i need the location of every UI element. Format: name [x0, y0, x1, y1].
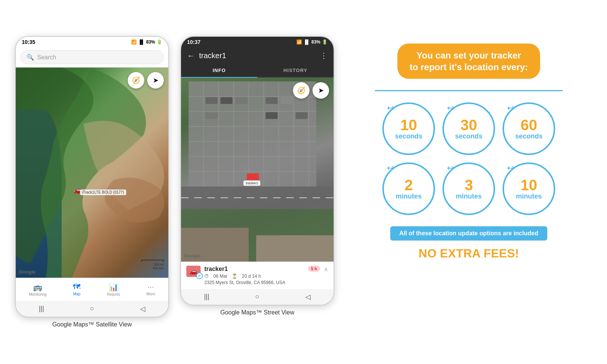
- phone2-caption: Google Maps™ Street View: [220, 309, 294, 316]
- tracker-info-bar: 🚗 P tracker1 ⏱ 06 Mar ⏳ 20 d 14 h 2325 M…: [181, 262, 334, 289]
- reports-icon: 📊: [109, 283, 118, 292]
- svg-rect-17: [236, 97, 248, 104]
- circle-10sec: ↩ 10 seconds: [382, 102, 435, 155]
- map-icon: 🗺: [73, 283, 80, 291]
- tracker-detail-name: tracker1: [204, 266, 304, 272]
- tracker-title: tracker1: [199, 51, 316, 60]
- circle-number-2: 30: [461, 117, 477, 132]
- circle-number-3: 60: [521, 117, 538, 132]
- svg-rect-28: [256, 235, 334, 262]
- location-button2[interactable]: ➤: [313, 82, 329, 99]
- clock-icon: ⏱: [204, 274, 209, 279]
- info-title-line1: You can set your tracker: [409, 50, 528, 61]
- svg-rect-23: [247, 173, 259, 180]
- battery-icon2: 🔋: [322, 39, 328, 45]
- arrow-icon-2: ↩: [447, 103, 454, 113]
- street-map-svg: [181, 78, 334, 262]
- arrow-icon-1: ↩: [387, 103, 394, 113]
- tracker-header: ← tracker1 ⋮: [181, 47, 334, 64]
- circle-unit-6: minutes: [516, 193, 542, 200]
- scale-500km: 500 km: [141, 266, 164, 270]
- circle-number-1: 10: [400, 117, 417, 132]
- tracker-label: iTrack1LTE BOLD (0177): [80, 190, 127, 195]
- nav-reports[interactable]: 📊 Reports: [104, 281, 123, 298]
- phone1-caption: Google Maps™ Satellite View: [52, 321, 131, 328]
- tracker-tabs: INFO HISTORY: [181, 64, 334, 78]
- svg-rect-20: [205, 112, 217, 119]
- battery-label: 83%: [146, 39, 155, 45]
- signal-icon2: ▐▌: [304, 39, 310, 45]
- street-tracker-label: tracker1: [243, 180, 260, 186]
- phone2-status-icons: 📶 ▐▌ 83% 🔋: [296, 39, 328, 45]
- satellite-map[interactable]: 🧭 ➤ 🚗 iTrack1LTE BOLD (0177) Google 200 …: [16, 68, 168, 278]
- arrow-icon-6: ↩: [507, 163, 514, 173]
- location-button[interactable]: ➤: [147, 72, 164, 89]
- street-map[interactable]: 🧭 ➤ tracker1 Google: [181, 78, 334, 262]
- scroll-handle: ∧: [324, 266, 328, 273]
- divider-line: [375, 90, 563, 91]
- circle-unit-1: seconds: [395, 132, 422, 140]
- tab-info[interactable]: INFO: [181, 64, 257, 78]
- svg-rect-16: [220, 97, 233, 104]
- phone1-time: 10:35: [22, 39, 35, 45]
- circle-number-6: 10: [521, 177, 538, 193]
- arrow-icon-5: ↩: [447, 163, 454, 173]
- phone2-street: 10:37 📶 ▐▌ 83% 🔋 ← tracker1 ⋮ INFO HISTO…: [180, 36, 334, 305]
- tracker-meta: ⏱ 06 Mar ⏳ 20 d 14 h: [204, 274, 304, 279]
- more-button[interactable]: ⋮: [320, 51, 328, 60]
- circle-10min: ↩ 10 minutes: [503, 162, 555, 215]
- time-badge: 5 h: [308, 266, 320, 272]
- nav-monitoring-label: Monitoring: [29, 292, 47, 296]
- satellite-background: [16, 68, 168, 278]
- svg-rect-18: [266, 97, 278, 104]
- search-bar: 🔍 Search: [16, 47, 168, 68]
- circle-2min: ↩ 2 minutes: [382, 162, 435, 215]
- more-icon: ···: [148, 283, 154, 291]
- arrow-icon-4: ↩: [387, 163, 394, 173]
- circle-3min: ↩ 3 minutes: [442, 162, 495, 215]
- gesture-bar: ||| ○ ◁: [16, 301, 168, 317]
- svg-rect-22: [296, 112, 308, 119]
- circle-unit-4: minutes: [396, 193, 421, 200]
- compass-button2[interactable]: 🧭: [293, 82, 310, 99]
- circle-number-4: 2: [405, 177, 413, 193]
- svg-rect-21: [266, 112, 278, 119]
- search-input-box[interactable]: 🔍 Search: [20, 50, 164, 64]
- gesture-lines: |||: [39, 305, 44, 313]
- battery-label2: 83%: [311, 39, 320, 45]
- street-map-controls: 🧭 ➤: [293, 82, 329, 99]
- compass-button[interactable]: 🧭: [128, 72, 144, 89]
- timer-icon: ⏳: [232, 274, 237, 279]
- tracker-address: 2325 Myers St, Oroville, CA 95966, USA: [204, 280, 304, 285]
- nav-more[interactable]: ··· More: [143, 281, 158, 298]
- wifi-icon: 📶: [131, 39, 137, 45]
- tracker-avatar: 🚗 P: [186, 266, 201, 277]
- nav-map[interactable]: 🗺 Map: [70, 281, 83, 298]
- bottom-nav: 🚌 Monitoring 🗺 Map 📊 Reports ··· More: [16, 278, 168, 301]
- back-button[interactable]: ←: [187, 51, 195, 60]
- gesture-triangle: ◁: [140, 305, 145, 313]
- phone1-status-icons: 📶 ▐▌ 83% 🔋: [131, 39, 162, 45]
- search-input[interactable]: Search: [37, 54, 56, 61]
- info-title-box: You can set your tracker to report it's …: [397, 44, 540, 79]
- tracker-duration: 20 d 14 h: [242, 274, 261, 279]
- phone1-satellite: 10:35 📶 ▐▌ 83% 🔋 🔍 Search: [15, 36, 169, 317]
- arrow-icon-3: ↩: [507, 103, 514, 113]
- gesture-circle: ○: [90, 305, 94, 313]
- tab-history[interactable]: HISTORY: [257, 64, 334, 77]
- included-text: All of these location update options are…: [399, 230, 538, 237]
- nav-monitoring[interactable]: 🚌 Monitoring: [26, 281, 50, 298]
- tracker-date: 06 Mar: [213, 274, 227, 279]
- tracker-details: tracker1 ⏱ 06 Mar ⏳ 20 d 14 h 2325 Myers…: [204, 266, 304, 285]
- no-fees-text: NO EXTRA FEES!: [418, 247, 519, 260]
- battery-icon: 🔋: [157, 39, 162, 45]
- parking-badge: P: [196, 272, 203, 279]
- search-icon: 🔍: [27, 54, 34, 61]
- svg-rect-24: [181, 187, 334, 209]
- phone2-status-bar: 10:37 📶 ▐▌ 83% 🔋: [181, 37, 334, 47]
- nav-reports-label: Reports: [107, 292, 120, 296]
- svg-rect-19: [281, 97, 293, 104]
- wifi-icon2: 📶: [296, 39, 302, 45]
- circle-30sec: ↩ 30 seconds: [442, 102, 495, 155]
- scale-200mi: 200 mi: [141, 263, 164, 266]
